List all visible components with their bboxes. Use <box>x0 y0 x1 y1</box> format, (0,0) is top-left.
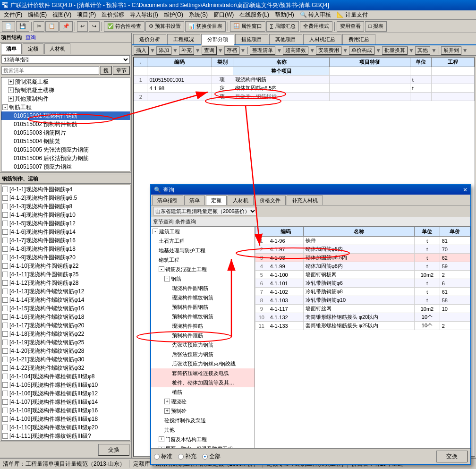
tree-other-prestress[interactable]: + 其他预制构件 <box>1 94 130 103</box>
check-4-1-1[interactable]: [4-1-1]现浇构件圆钢筋φ4 <box>1 185 130 194</box>
tree-prestress-stair[interactable]: + 预制混凝土楼梯 <box>1 86 130 94</box>
menu-io[interactable]: 导入导出(I) <box>127 10 161 20</box>
tree-010515008[interactable]: 010515008 预应力钢绞线 <box>1 171 130 171</box>
check-4-1-2[interactable]: [4-1-2]现浇构件圆钢筋φ6.5 <box>1 194 130 202</box>
btn-batch-convert[interactable]: 批量换算 <box>382 46 408 55</box>
table-row-1-sub[interactable]: 4-1-98 定 砌体加固筋φ6.5内 t <box>134 84 475 93</box>
tab-fee-summary[interactable]: 费用汇总 <box>342 34 375 44</box>
toolbar-copy[interactable]: 📋 <box>45 21 59 32</box>
check-4-1-20[interactable]: [4-1-20]现浇构件螺纹钢筋φ28 <box>1 347 130 355</box>
tree-steel-work[interactable]: - 钢筋工程 <box>1 103 130 111</box>
search-input[interactable] <box>1 66 99 75</box>
result-row-2[interactable]: 2 4-1-97 砌体加固筋φ5内 t 70 <box>255 245 470 254</box>
result-row-11[interactable]: 11 4-1-133 套筒锥形螺栓钢筋接头 φ25以内 10个 2 <box>255 322 470 330</box>
dtree-other-concrete[interactable]: 其他 <box>151 425 255 435</box>
dtab-rencaiji[interactable]: 人材机 <box>228 196 254 205</box>
tree-010515006[interactable]: 010515006 后张法预应力钢筋 <box>1 154 130 162</box>
dtree-concrete-section[interactable]: -钢筋及混凝土工程 <box>151 264 255 274</box>
dtree-cast-concrete[interactable]: +现浇砼 <box>151 397 255 406</box>
check-4-1-11[interactable]: [4-1-11]现浇构件圆钢筋φ25 <box>1 270 130 279</box>
btn-organize[interactable]: 整理清单 <box>250 46 275 55</box>
result-row-8[interactable]: 8 4-1-103 冷轧带肋钢筋φ10 t 58 <box>255 296 470 305</box>
btn-archive[interactable]: 存档 <box>224 46 239 55</box>
check-4-1-109[interactable]: [4-1-109]现浇构件螺栓钢筋III级φ18 <box>1 415 130 423</box>
dtab-qingdan-guidance[interactable]: 清单指引 <box>152 196 183 205</box>
dtree-cast-round[interactable]: 现浇构件圆钢筋 <box>151 283 255 293</box>
check-4-1-7[interactable]: [4-1-7]现浇构件圆钢筋φ16 <box>1 236 130 245</box>
btn-add[interactable]: 添加 <box>156 46 171 55</box>
exchange-button[interactable]: 交换 <box>98 444 129 456</box>
dialog-exchange-button[interactable]: 交换 <box>436 451 468 462</box>
dtree-roof[interactable]: +屋面、防水、保温及防腐工程 <box>151 444 255 448</box>
menu-edit[interactable]: 编辑(E) <box>25 10 50 20</box>
dtree-anchor-rebar[interactable]: 桩件、砌体加固筋等及其… <box>151 378 255 387</box>
btn-fee-check[interactable]: 费用查看 <box>337 21 364 32</box>
dtree-precast-stirrup[interactable]: 预制构件箍筋 <box>151 331 255 340</box>
toolbar-redo[interactable]: ↪ <box>89 21 100 32</box>
radio-standard-circle[interactable] <box>154 454 160 460</box>
check-4-1-108[interactable]: [4-1-108]现浇构件螺栓钢筋III级φ16 <box>1 406 130 415</box>
menu-system[interactable]: 系统(S) <box>186 10 211 20</box>
tab-other-items[interactable]: 其他项目 <box>269 34 302 44</box>
check-4-1-15[interactable]: [4-1-15]现浇构件螺纹钢筋φ16 <box>1 304 130 313</box>
left-dropdown[interactable]: 13清单指引 <box>1 55 130 64</box>
tab-project-overview[interactable]: 工程概况 <box>167 34 200 44</box>
radio-standard[interactable]: 标准 <box>154 452 172 460</box>
tab-qingdan[interactable]: 清单 <box>1 43 22 54</box>
btn-expand[interactable]: 展开到 <box>441 46 461 55</box>
dtree-prestress-wire[interactable]: 后张法预应力钢丝束/钢绞线 <box>151 359 255 368</box>
menu-file[interactable]: 文件(F) <box>1 10 25 20</box>
expand-icon[interactable]: - <box>2 104 8 110</box>
check-4-1-17[interactable]: [4-1-17]现浇构件螺纹钢筋φ20 <box>1 321 130 330</box>
menu-window[interactable]: 窗口(W) <box>211 10 237 20</box>
dtree-earth[interactable]: 土石方工程 <box>151 236 255 246</box>
check-4-1-6[interactable]: [4-1-6]现浇构件圆钢筋φ14 <box>1 228 130 236</box>
menu-help[interactable]: 帮助(H) <box>272 10 297 20</box>
check-4-1-104[interactable]: [4-1-104]现浇构件螺栓钢筋III级φ8 <box>1 372 130 381</box>
dtree-prestress-pre[interactable]: 先张法预应力钢筋 <box>151 340 255 350</box>
result-row-6[interactable]: 6 4-1-101 冷轧带肋钢筋φ6 t 6 <box>255 279 470 288</box>
dtab-dinge[interactable]: 定额 <box>206 196 227 205</box>
dtree-plant-rebar[interactable]: 植筋 <box>151 387 255 397</box>
result-row-5[interactable]: 5 4-1-100 墙面钉钢板网 10m2 2 <box>255 271 470 279</box>
tab-labor-mat[interactable]: 人材机汇总 <box>303 34 341 44</box>
radio-all-circle[interactable] <box>202 454 208 460</box>
dtree-masonry[interactable]: 砌筑工程 <box>151 255 255 264</box>
table-row-1[interactable]: 1 010515001001 项 现浇构件钢筋 t <box>134 76 475 84</box>
dtab-supplement-rencaiji[interactable]: 补充人材机 <box>287 196 323 205</box>
dtab-qingdan[interactable]: 清单 <box>184 196 205 205</box>
search-button[interactable]: 搜 <box>100 66 112 75</box>
dtree-cast-thread[interactable]: 现浇构件螺纹钢筋 <box>151 293 255 302</box>
menu-maintain[interactable]: 维护(O) <box>161 10 186 20</box>
btn-local-summary[interactable]: ∑ 局部汇总 <box>266 21 299 32</box>
result-row-9[interactable]: 9 4-1-117 墙面钉丝网 10m2 10 <box>255 305 470 313</box>
toolbar-paste[interactable]: 📌 <box>60 21 73 32</box>
tree-010515002[interactable]: 010515002 预制构件钢筋 <box>1 120 130 128</box>
dtree-precast-thread[interactable]: 预制构件螺纹钢筋 <box>151 312 255 321</box>
btn-query[interactable]: 查询 <box>202 46 217 55</box>
radio-supplement-circle[interactable] <box>178 454 184 460</box>
tab-pricing-analysis[interactable]: 造价分析 <box>133 34 166 44</box>
check-4-1-107[interactable]: [4-1-107]现浇构件螺栓钢筋III级φ14 <box>1 398 130 406</box>
dtab-price-file[interactable]: 价格文件 <box>255 196 286 205</box>
table-row-2[interactable]: 2 项 目动秃…钢筋指标 <box>134 93 475 101</box>
btn-compliance-check[interactable]: ✅ 符合性检查 <box>104 21 144 32</box>
menu-review[interactable]: 🔍 转入审核 <box>297 10 334 20</box>
tree-prestress-slab[interactable]: + 预制混凝土板 <box>1 77 130 86</box>
toolbar-cut[interactable]: ✂ <box>34 21 44 32</box>
btn-unit-price[interactable]: 单价构成 <box>349 46 374 55</box>
chapter-button[interactable]: 章节 <box>113 66 130 75</box>
check-4-1-14[interactable]: [4-1-14]现浇构件螺纹钢筋φ14 <box>1 296 130 304</box>
btn-supplement[interactable]: 补充 <box>179 46 194 55</box>
result-row-4[interactable]: 4 4-1-99 砌体加固筋φ8内 t 59 <box>255 262 470 271</box>
dtree-precast-concrete[interactable]: +预制砼 <box>151 406 255 416</box>
menu-view[interactable]: 视图(V) <box>50 10 74 20</box>
dtree-doors-windows[interactable]: +门窗及木结构工程 <box>151 435 255 444</box>
btn-install-fee[interactable]: 安装费用 <box>316 46 341 55</box>
tab-dinge[interactable]: 定额 <box>23 43 43 54</box>
tab-measures[interactable]: 措施项目 <box>235 34 268 44</box>
check-4-1-5[interactable]: [4-1-5]现浇构件圆钢筋φ12 <box>1 219 130 228</box>
dtree-precast-round[interactable]: 预制构件圆钢筋 <box>151 302 255 312</box>
check-4-1-13[interactable]: [4-1-13]现浇构件螺纹钢筋φ12 <box>1 287 130 296</box>
check-4-1-105[interactable]: [4-1-105]现浇构件螺栓钢筋III级φ10 <box>1 381 130 389</box>
